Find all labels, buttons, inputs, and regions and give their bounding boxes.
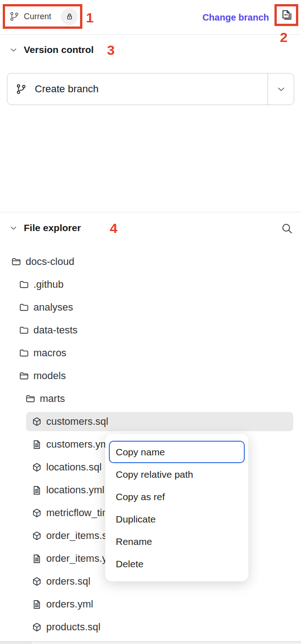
file-explorer-title: File explorer — [24, 222, 81, 233]
menu-item-duplicate[interactable]: Duplicate — [109, 508, 245, 530]
file-icon — [32, 439, 42, 450]
branch-toolbar: Current 1 Change branch 2 — [0, 0, 301, 35]
tree-item-label: models — [33, 370, 66, 382]
bottom-panel-edge — [0, 641, 301, 644]
file-icon — [32, 554, 42, 564]
tree-item-label: data-tests — [33, 324, 78, 336]
tree-item-label: .github — [33, 279, 64, 290]
tree-item-label: customers.yml — [46, 438, 111, 450]
git-branch-icon — [16, 84, 27, 95]
create-branch-label: Create branch — [35, 83, 98, 95]
annotation-box-2 — [274, 4, 298, 26]
model-icon — [32, 462, 42, 473]
annotation-number-3: 3 — [107, 43, 115, 57]
change-branch-link[interactable]: Change branch — [202, 0, 269, 35]
folder-icon — [19, 302, 29, 313]
folder-open-icon — [25, 394, 36, 404]
tree-item-docs-cloud[interactable]: docs-cloud — [0, 250, 301, 273]
menu-item-rename[interactable]: Rename — [109, 530, 245, 553]
annotation-number-4: 4 — [110, 222, 118, 235]
file-explorer-header[interactable]: File explorer — [0, 216, 301, 239]
tree-item-label: orders.sql — [46, 575, 91, 587]
tree-item-label: order_items.sql — [46, 530, 115, 542]
tree-item-models[interactable]: models — [0, 364, 301, 387]
menu-item-copy-name[interactable]: Copy name — [109, 441, 245, 463]
chevron-down-icon — [10, 224, 17, 232]
git-branch-icon — [9, 11, 19, 21]
tree-item-label: docs-cloud — [26, 256, 74, 268]
folder-open-icon — [19, 371, 29, 381]
folder-icon — [19, 348, 29, 359]
create-branch-split-button: Create branch — [7, 73, 294, 105]
model-icon — [32, 417, 42, 427]
version-control-title: Version control — [24, 44, 94, 55]
tree-item-label: locations.yml — [46, 484, 104, 496]
tree-item-label: customers.sql — [46, 416, 108, 428]
tree-item-analyses[interactable]: analyses — [0, 296, 301, 319]
tree-item-label: locations.sql — [46, 461, 102, 473]
tree-item-label: analyses — [33, 301, 73, 313]
model-icon — [32, 508, 42, 518]
create-branch-button[interactable]: Create branch — [7, 74, 268, 105]
model-icon — [32, 622, 42, 633]
create-branch-dropdown-button[interactable] — [268, 74, 294, 105]
ide-sidebar: Current 1 Change branch 2 Version contro… — [0, 0, 301, 644]
tree-item-label: orders.yml — [46, 598, 93, 610]
duplicate-copy-icon — [280, 8, 293, 22]
annotation-box-1: Current — [3, 4, 82, 29]
model-icon — [32, 531, 42, 541]
bottom-edge-right-segment — [33, 642, 301, 644]
folder-icon — [19, 325, 29, 336]
folder-icon — [19, 280, 29, 290]
tree-item-data-tests[interactable]: data-tests — [0, 319, 301, 342]
folder-open-icon — [11, 257, 22, 267]
file-context-menu: Copy nameCopy relative pathCopy as refDu… — [105, 434, 248, 581]
bottom-edge-left-segment — [0, 642, 32, 644]
branch-lock-badge — [61, 8, 78, 25]
copy-branch-name-button[interactable] — [280, 8, 293, 22]
chevron-down-icon — [277, 85, 285, 94]
menu-item-copy-as-ref[interactable]: Copy as ref — [109, 486, 245, 508]
tree-item-customers-sql[interactable]: customers.sql — [0, 410, 301, 433]
file-search-button[interactable] — [280, 222, 294, 235]
tree-item--github[interactable]: .github — [0, 273, 301, 296]
tree-item-marts[interactable]: marts — [0, 387, 301, 410]
annotation-number-1: 1 — [86, 11, 94, 25]
current-branch-button[interactable]: Current — [5, 8, 80, 25]
file-icon — [32, 485, 42, 496]
lock-icon — [65, 12, 74, 21]
tree-item-label: products.sql — [46, 621, 101, 633]
current-branch-label: Current — [24, 12, 51, 21]
file-icon — [32, 599, 42, 610]
tree-item-macros[interactable]: macros — [0, 342, 301, 364]
tree-item-label: macros — [33, 347, 66, 359]
menu-item-copy-relative-path[interactable]: Copy relative path — [109, 463, 245, 486]
chevron-down-icon — [10, 46, 17, 54]
version-control-header[interactable]: Version control — [0, 38, 301, 61]
tree-item-products-sql[interactable]: products.sql — [0, 616, 301, 639]
tree-item-label: marts — [40, 393, 65, 405]
search-icon — [281, 222, 293, 235]
tree-item-orders-yml[interactable]: orders.yml — [0, 593, 301, 616]
section-divider — [0, 212, 301, 212]
model-icon — [32, 576, 42, 587]
menu-item-delete[interactable]: Delete — [109, 553, 245, 575]
